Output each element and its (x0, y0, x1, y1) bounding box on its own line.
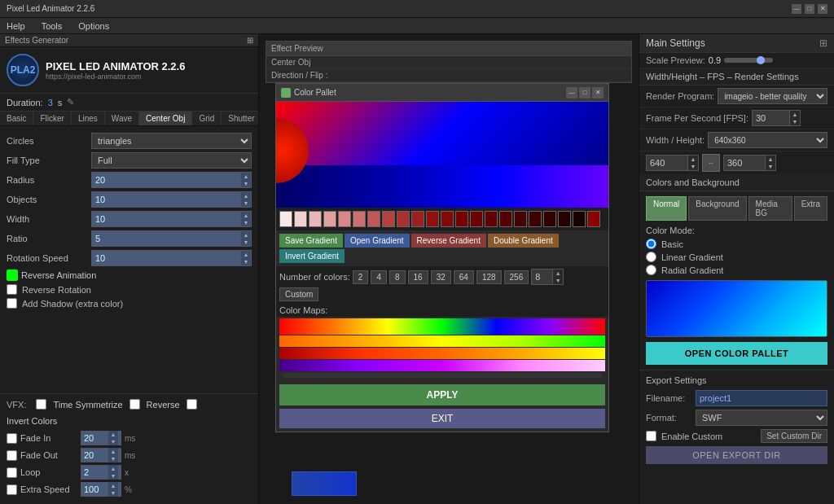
loop-down[interactable]: ▼ (108, 472, 118, 480)
tab-wave[interactable]: Wave (105, 112, 139, 125)
objects-up[interactable]: ▲ (241, 192, 251, 199)
invert-gradient-button[interactable]: Invert Gradient (279, 249, 345, 263)
duration-edit-icon[interactable]: ✎ (67, 97, 74, 107)
extra-speed-down[interactable]: ▼ (108, 489, 118, 497)
color-chip-21[interactable] (573, 211, 586, 227)
ratio-down[interactable]: ▼ (241, 239, 251, 246)
color-mode-basic-radio[interactable] (646, 239, 656, 249)
circles-select[interactable]: triangles (91, 133, 252, 149)
width-px-up[interactable]: ▲ (688, 156, 698, 163)
reverse-vfx-checkbox[interactable] (129, 399, 140, 410)
double-gradient-button[interactable]: Double Gradient (488, 234, 559, 248)
width-down[interactable]: ▼ (241, 219, 251, 226)
color-map-purple[interactable] (279, 360, 605, 371)
width-px-down[interactable]: ▼ (688, 163, 698, 170)
format-select[interactable]: SWF (696, 410, 827, 426)
color-tab-media-bg[interactable]: Media BG (748, 196, 792, 221)
open-export-dir-button[interactable]: OPEN EXPORT DIR (646, 446, 827, 464)
radius-spinbox[interactable]: 20 ▲ ▼ (91, 172, 252, 188)
num-btn-128[interactable]: 128 (476, 270, 502, 284)
num-custom-down[interactable]: ▼ (553, 277, 563, 284)
color-tab-extra[interactable]: Extra (794, 196, 827, 221)
radius-down[interactable]: ▼ (241, 180, 251, 187)
num-custom-spinbox[interactable]: 8 ▲ ▼ (531, 269, 564, 285)
fade-in-up[interactable]: ▲ (108, 431, 118, 438)
height-px-up[interactable]: ▲ (766, 156, 775, 163)
rotation-speed-up[interactable]: ▲ (241, 251, 251, 258)
color-chip-10[interactable] (411, 211, 424, 227)
num-btn-4[interactable]: 4 (371, 270, 387, 284)
fps-up[interactable]: ▲ (790, 111, 800, 118)
objects-down[interactable]: ▼ (241, 199, 251, 207)
fade-out-checkbox[interactable] (7, 450, 17, 461)
fade-out-up[interactable]: ▲ (108, 448, 118, 455)
custom-button[interactable]: Custom (279, 287, 318, 301)
close-button[interactable]: ✕ (818, 4, 827, 14)
num-btn-8[interactable]: 8 (389, 270, 406, 284)
extra-speed-up[interactable]: ▲ (108, 482, 118, 489)
dialog-minimize[interactable]: — (566, 87, 577, 99)
color-chip-1[interactable] (279, 211, 292, 227)
apply-button[interactable]: APPLY (279, 384, 605, 405)
tab-center-obj[interactable]: Center Obj (139, 112, 192, 125)
maximize-button[interactable]: □ (805, 4, 814, 14)
color-chip-12[interactable] (441, 211, 454, 227)
dialog-maximize[interactable]: □ (579, 87, 590, 99)
tab-basic[interactable]: Basic (0, 112, 33, 125)
color-mode-linear-radio[interactable] (646, 252, 656, 262)
extra-speed-spinbox[interactable]: 100 ▲ ▼ (81, 482, 121, 497)
height-px-down[interactable]: ▼ (766, 163, 775, 170)
add-shadow-checkbox[interactable] (7, 298, 17, 309)
invert-colors-checkbox[interactable] (187, 399, 197, 410)
num-btn-16[interactable]: 16 (408, 270, 428, 284)
color-chip-7[interactable] (367, 211, 380, 227)
tab-flicker[interactable]: Flicker (33, 112, 71, 125)
fade-out-down[interactable]: ▼ (108, 455, 118, 462)
open-color-pallet-button[interactable]: OPEN COLOR PALLET (646, 342, 827, 365)
ratio-up[interactable]: ▲ (241, 231, 251, 239)
tab-grid[interactable]: Grid (192, 112, 222, 125)
color-tab-background[interactable]: Background (688, 196, 746, 221)
scale-slider[interactable] (724, 58, 773, 63)
set-custom-dir-button[interactable]: Set Custom Dir (761, 429, 827, 443)
fade-in-spinbox[interactable]: 20 ▲ ▼ (81, 431, 121, 445)
radius-up[interactable]: ▲ (241, 173, 251, 180)
color-chip-2[interactable] (294, 211, 307, 227)
ratio-spinbox[interactable]: 5 ▲ ▼ (91, 230, 252, 247)
color-chip-6[interactable] (353, 211, 366, 227)
color-chip-5[interactable] (338, 211, 351, 227)
color-chip-4[interactable] (323, 211, 336, 227)
minimize-button[interactable]: — (792, 4, 801, 14)
exit-button[interactable]: EXIT (279, 409, 605, 428)
num-btn-32[interactable]: 32 (431, 270, 451, 284)
filename-input[interactable] (696, 390, 827, 406)
menu-tools[interactable]: Tools (38, 21, 66, 31)
fade-in-checkbox[interactable] (7, 433, 17, 444)
rotation-speed-down[interactable]: ▼ (241, 258, 251, 265)
color-chip-13[interactable] (455, 211, 468, 227)
reverse-rotation-checkbox[interactable] (7, 284, 17, 295)
num-btn-256[interactable]: 256 (504, 270, 529, 284)
width-spinbox-px[interactable]: 640 ▲ ▼ (646, 155, 699, 171)
width-up[interactable]: ▲ (241, 212, 251, 219)
width-spinbox[interactable]: 10 ▲ ▼ (91, 211, 252, 227)
open-gradient-button[interactable]: Open Gradient (345, 234, 410, 248)
menu-options[interactable]: Options (75, 21, 112, 31)
enable-custom-checkbox[interactable] (646, 431, 656, 441)
num-custom-up[interactable]: ▲ (553, 270, 563, 277)
color-chip-19[interactable] (543, 211, 556, 227)
wh-link-button[interactable]: ↔ (702, 154, 720, 172)
num-btn-2[interactable]: 2 (353, 270, 369, 284)
menu-help[interactable]: Help (3, 21, 29, 31)
tab-lines[interactable]: Lines (72, 112, 105, 125)
color-chip-8[interactable] (382, 211, 395, 227)
color-mode-radial-radio[interactable] (646, 265, 656, 275)
dialog-close[interactable]: ✕ (592, 87, 604, 99)
color-chip-14[interactable] (470, 211, 483, 227)
filltype-select[interactable]: Full (91, 152, 252, 169)
color-chip-18[interactable] (529, 211, 542, 227)
color-chip-11[interactable] (426, 211, 439, 227)
rotation-speed-spinbox[interactable]: 10 ▲ ▼ (91, 250, 252, 266)
color-chip-16[interactable] (499, 211, 512, 227)
loop-spinbox[interactable]: 2 ▲ ▼ (81, 465, 121, 480)
